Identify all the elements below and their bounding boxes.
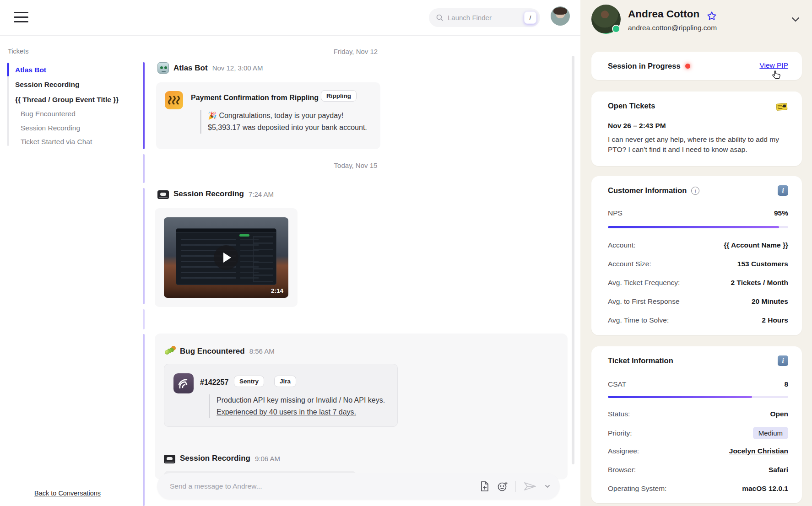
info-badge-icon[interactable]: i [778, 185, 788, 196]
message-sender: Bug Encountered [180, 347, 245, 356]
customer-info-title: Customer Information i [608, 186, 699, 195]
csat-progress-bar [608, 396, 788, 398]
message-composer[interactable] [157, 473, 560, 500]
view-pip-link[interactable]: View PIP [759, 61, 788, 70]
row-label: Browser: [608, 466, 636, 474]
open-tickets-title: Open Tickets [608, 102, 655, 110]
info-circle-icon[interactable]: i [691, 187, 699, 195]
row-label: Operating System: [608, 484, 666, 493]
message-header-bug-encountered: Bug Encountered 8:56 AM [164, 345, 275, 357]
thread-line-segment [143, 309, 145, 329]
video-card: 2:14 [155, 208, 298, 307]
chat-scrollbar[interactable] [572, 56, 574, 464]
sidebar-item-session-recording[interactable]: Session Recording [15, 81, 79, 89]
row-label: Avg. Time to Solve: [608, 316, 669, 324]
account-size-row: Account Size:153 Customers [608, 260, 788, 268]
robot-icon [157, 62, 169, 74]
slash-shortcut-key: / [524, 11, 536, 24]
ticket-message: I can never get any help, where is the a… [608, 135, 789, 155]
payment-line-2: $5,393.17 was deposited into your bank a… [208, 122, 374, 134]
sidebar-item-atlas-bot[interactable]: Atlas Bot [15, 66, 46, 74]
back-to-conversations-link[interactable]: Back to Conversations [34, 490, 101, 497]
favorite-star-icon[interactable] [707, 11, 717, 21]
sentry-logo-icon [173, 373, 194, 393]
vhs-icon [157, 190, 169, 199]
row-label: Avg. to First Response [608, 297, 680, 306]
message-sender: Session Recording [173, 189, 244, 199]
jira-badge: Jira [274, 376, 296, 387]
customer-info-title-text: Customer Information [608, 186, 687, 195]
status-open-link[interactable]: Open [770, 410, 788, 418]
search-input[interactable] [448, 14, 524, 22]
menu-icon[interactable] [14, 11, 28, 24]
message-time: 7:24 AM [249, 190, 274, 198]
issue-users-link[interactable]: Experienced by 40 users in the last 7 da… [217, 406, 392, 418]
row-label: Account Size: [608, 260, 651, 268]
message-header-session-recording-2: Session Recording 9:06 AM [164, 453, 280, 463]
ticket-info-title: Ticket Information [608, 356, 673, 365]
nps-label: NPS [608, 209, 623, 217]
attach-file-icon[interactable] [480, 481, 490, 492]
sidebar-item-thread-title[interactable]: {{ Thread / Group Event Title }} [15, 96, 119, 104]
open-tickets-card: Open Tickets Nov 26 – 2:43 PM I can neve… [591, 92, 802, 166]
payment-attachment-card[interactable]: Payment Confirmation from Rippling Rippl… [156, 82, 380, 149]
time-to-solve-row: Avg. Time to Solve:2 Hours [608, 316, 788, 324]
sidebar-item-session-recording-2[interactable]: Session Recording [21, 124, 80, 132]
launch-finder-search[interactable]: / [429, 8, 540, 27]
sentry-issue-card[interactable]: #142257 Sentry Jira Production API key m… [164, 364, 398, 427]
thread-line-segment [143, 154, 145, 183]
play-button-icon[interactable] [214, 245, 238, 270]
search-icon [436, 14, 444, 22]
thread-line-segment [143, 334, 145, 506]
message-group-container: Bug Encountered 8:56 AM #142257 Sentry J… [155, 334, 568, 479]
emoji-add-icon[interactable] [497, 481, 508, 492]
send-options-chevron-icon[interactable] [544, 483, 551, 490]
customer-email: andrea.cotton@rippling.com [628, 24, 717, 32]
message-input[interactable] [170, 482, 480, 490]
ticket-frequency-row: Avg. Ticket Frequency:2 Tickets / Month [608, 279, 788, 287]
assignee-link[interactable]: Jocelyn Christian [729, 447, 788, 455]
csat-label: CSAT [608, 380, 626, 388]
live-session-dot [685, 64, 690, 69]
customer-name: Andrea Cotton [628, 8, 699, 20]
issue-description: Production API key missing or Invalid / … [209, 394, 392, 418]
status-row: Status:Open [608, 410, 788, 418]
nps-value: 95% [774, 209, 788, 217]
row-value: 20 Minutes [752, 297, 788, 306]
sentry-badge: Sentry [234, 376, 264, 387]
session-recording-video[interactable]: 2:14 [164, 217, 288, 298]
collapse-panel-chevron-icon[interactable] [790, 14, 801, 25]
assignee-row: Assignee:Jocelyn Christian [608, 447, 788, 455]
sidebar-item-bug-encountered[interactable]: Bug Encountered [21, 110, 76, 118]
nps-row: NPS 95% [608, 209, 788, 217]
thread-line-segment [143, 62, 145, 149]
row-value: 2 Hours [762, 316, 788, 324]
priority-badge: Medium [753, 427, 788, 439]
priority-row: Priority:Medium [608, 427, 788, 439]
message-header-session-recording: Session Recording 7:24 AM [157, 189, 274, 199]
account-row: Account:{{ Account Name }} [608, 241, 788, 249]
row-label: Avg. Ticket Frequency: [608, 279, 680, 287]
sidebar-active-indicator [7, 63, 9, 76]
payment-line-1: 🎉 Congratulations, today is your payday! [208, 110, 374, 122]
first-response-row: Avg. to First Response20 Minutes [608, 297, 788, 306]
send-icon[interactable] [523, 481, 537, 492]
payment-message: 🎉 Congratulations, today is your payday!… [200, 110, 374, 134]
info-badge-icon[interactable]: i [778, 355, 788, 366]
sidebar-item-ticket-started[interactable]: Ticket Started via Chat [21, 138, 92, 146]
issue-line-1: Production API key missing or Invalid / … [217, 394, 392, 406]
agent-avatar[interactable] [551, 6, 570, 26]
row-label: Assignee: [608, 447, 639, 455]
session-title-text: Session in Progress [608, 62, 681, 70]
thread-line-segment [143, 188, 145, 304]
issue-id: #142257 [200, 378, 228, 387]
message-time: 8:56 AM [249, 347, 275, 355]
row-label: Account: [608, 241, 635, 249]
tickets-icon [776, 103, 788, 111]
video-duration: 2:14 [271, 287, 283, 294]
row-value: 2 Tickets / Month [731, 279, 788, 287]
customer-avatar [591, 5, 621, 34]
session-in-progress-card: Session in Progress View PIP [591, 52, 802, 80]
mouse-cursor [772, 70, 782, 80]
row-label: Priority: [608, 429, 632, 437]
